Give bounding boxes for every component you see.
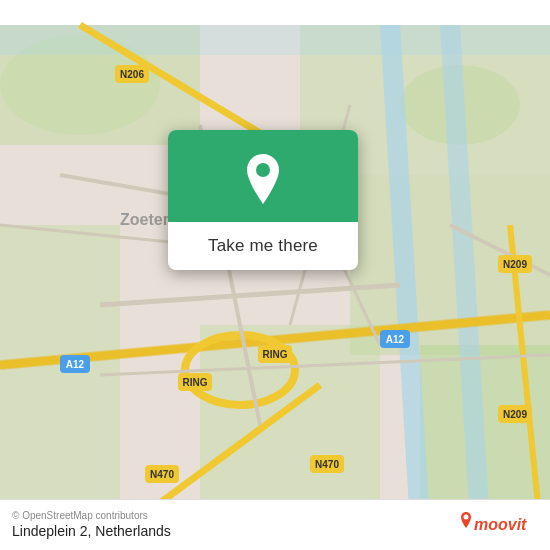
svg-text:N206: N206 xyxy=(120,69,144,80)
copyright-text: © OpenStreetMap contributors xyxy=(12,510,171,521)
svg-text:N470: N470 xyxy=(315,459,339,470)
bottom-left: © OpenStreetMap contributors Lindeplein … xyxy=(12,510,171,539)
svg-text:N209: N209 xyxy=(503,409,527,420)
svg-text:moovit: moovit xyxy=(474,516,527,533)
location-text: Lindeplein 2, Netherlands xyxy=(12,523,171,539)
svg-text:RING: RING xyxy=(183,377,208,388)
take-me-there-button[interactable]: Take me there xyxy=(208,236,318,256)
location-pin-icon xyxy=(241,152,285,206)
map-container: A12 A12 N206 N470 N470 RING RING N209 N2… xyxy=(0,0,550,550)
svg-text:N209: N209 xyxy=(503,259,527,270)
moovit-logo-icon: moovit xyxy=(458,508,538,540)
bottom-bar: © OpenStreetMap contributors Lindeplein … xyxy=(0,499,550,550)
map-background: A12 A12 N206 N470 N470 RING RING N209 N2… xyxy=(0,0,550,550)
popup-card: Take me there xyxy=(168,130,358,270)
svg-point-30 xyxy=(256,163,270,177)
svg-point-31 xyxy=(464,515,469,520)
popup-button-area[interactable]: Take me there xyxy=(168,222,358,270)
svg-text:RING: RING xyxy=(263,349,288,360)
popup-header xyxy=(168,130,358,222)
svg-text:A12: A12 xyxy=(386,334,405,345)
svg-text:A12: A12 xyxy=(66,359,85,370)
moovit-logo: moovit xyxy=(458,508,538,540)
svg-text:N470: N470 xyxy=(150,469,174,480)
